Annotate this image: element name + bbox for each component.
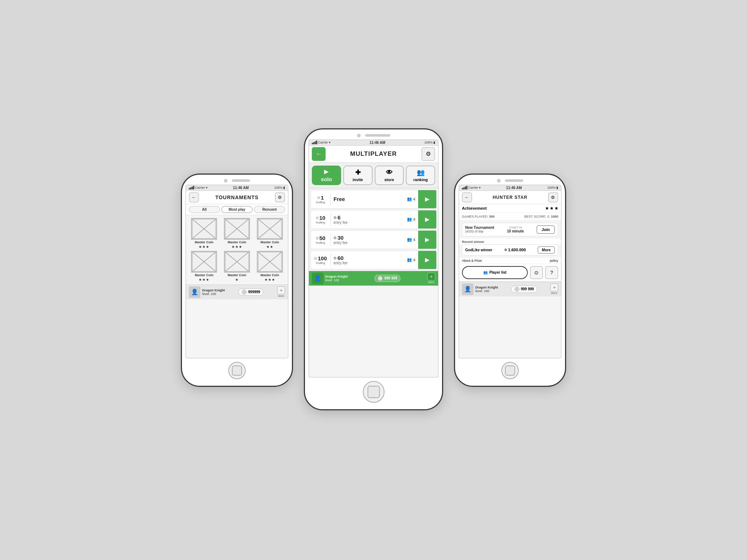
coin-icon-right: ○ <box>514 287 519 292</box>
mode-solo[interactable]: ▶ solo <box>312 166 341 185</box>
room-title-1: Free <box>334 196 404 202</box>
room-entry-3: entry fee <box>334 241 404 245</box>
tab-most-play[interactable]: Most play <box>221 206 252 213</box>
store-button-right[interactable]: ＋ store <box>550 283 558 295</box>
username-left: Dragon Knight <box>202 288 225 292</box>
back-button-right[interactable]: ← <box>462 192 472 202</box>
store-icon-center2: ＋ <box>427 273 435 281</box>
player-list-button[interactable]: 👥 Player list <box>462 266 528 279</box>
settings-button-left[interactable]: ⚙ <box>275 192 285 202</box>
coin-amount-left: 999999 <box>248 290 260 294</box>
avatar-center: 👤 <box>312 273 323 284</box>
mode-ranking[interactable]: 👥 ranking <box>406 166 435 185</box>
game-card-5[interactable]: Master Coin ★ <box>222 251 252 282</box>
room-players-3: 👥4 <box>407 237 418 242</box>
signal-bars <box>189 186 194 189</box>
play-button-2[interactable]: ▶ <box>418 210 436 228</box>
tab-all[interactable]: All <box>189 206 220 213</box>
coin-icon-center: ○ <box>378 276 383 281</box>
status-bar-right: Carrier ▾ 11:46 AM 100% ▮ <box>459 185 561 191</box>
tournament-name: New Tournament <box>465 226 494 230</box>
game-name-1: Master Coin <box>195 240 214 244</box>
room-entry-2: entry fee <box>334 221 404 225</box>
action-icon-2[interactable]: ? <box>545 266 558 279</box>
home-button-center[interactable] <box>363 381 385 403</box>
coin-icon-left: ○ <box>242 290 247 295</box>
winner-name: GodLike winner <box>465 248 492 252</box>
best-score-value: 1000 <box>551 215 558 218</box>
camera-center <box>357 134 361 137</box>
game-stars-4: ★★★ <box>199 278 209 282</box>
store-button-left[interactable]: ＋ store <box>277 286 285 298</box>
player-list-label: Player list <box>489 270 506 274</box>
play-button-3[interactable]: ▶ <box>418 231 436 249</box>
game-card-2[interactable]: Master Coin ★★★ <box>222 218 252 249</box>
room-players-2: 👥4 <box>407 217 418 222</box>
back-button-center[interactable]: ← <box>312 147 326 161</box>
game-name-6: Master Coin <box>260 273 279 277</box>
top-bar-right: ← HUNTER STAR ⚙ <box>459 191 561 204</box>
store-button-center[interactable]: ＋ store <box>427 273 435 284</box>
room-cost-3: 50 <box>319 235 326 241</box>
room-cost-1: 1 <box>321 194 324 201</box>
right-phone: Carrier ▾ 11:46 AM 100% ▮ ← HUNTER STAR … <box>454 174 566 387</box>
user-info-right: Dragon Knight level: 100 <box>475 286 498 293</box>
game-name-3: Master Coin <box>260 240 279 244</box>
play-button-4[interactable]: ▶ <box>418 251 436 269</box>
tournament-card: New Tournament (4/20) of day START IN 10… <box>462 223 558 236</box>
action-icon-1[interactable]: ⊙ <box>530 266 543 279</box>
room-label-3: thường <box>316 241 325 244</box>
back-button-left[interactable]: ← <box>189 192 199 202</box>
top-bar-center: ← MULTIPLAYER ⚙ <box>309 146 438 163</box>
avatar-left: 👤 <box>189 286 200 298</box>
coin-display-left: ○ 999999 <box>238 288 263 296</box>
mode-invite[interactable]: ✚ invite <box>343 166 373 185</box>
about-prize-label: About & Prize <box>462 259 482 262</box>
username-center: Dragon Knight <box>325 275 348 278</box>
settings-button-right[interactable]: ⚙ <box>548 192 558 202</box>
game-thumb-2 <box>224 218 250 240</box>
home-button-right[interactable] <box>501 362 519 379</box>
speaker-left <box>232 179 250 182</box>
achievement-row: Achievement ★ ★ ★ <box>459 204 561 213</box>
game-thumb-3 <box>257 218 283 240</box>
game-card-3[interactable]: Master Coin ★★ <box>254 218 285 249</box>
settings-button-center[interactable]: ⚙ <box>421 147 435 161</box>
status-bar-center: Carrier ▾ 11:46 AM 100% ▮ <box>309 140 438 146</box>
page-title-right: HUNTER STAR <box>493 195 527 200</box>
room-row-3[interactable]: ⊙50 thường ⊙ 30 entry fee 👥4 ▶ <box>310 230 437 249</box>
mode-store[interactable]: 👁 store <box>375 166 404 185</box>
action-buttons-right: 👥 Player list ⊙ ? <box>459 264 561 282</box>
join-button[interactable]: Join <box>536 225 555 234</box>
store-label-center2: store <box>428 281 434 284</box>
game-card-1[interactable]: Master Coin ★★★ <box>189 218 220 249</box>
room-title-2: 6 <box>338 214 340 221</box>
tab-recent[interactable]: Rencent <box>254 206 285 213</box>
start-time: 10 minute <box>507 229 524 233</box>
play-button-1[interactable]: ▶ <box>418 190 436 208</box>
tournament-detail: (4/20) of day <box>465 230 494 233</box>
top-bar-left: ← TOURNAMENTS ⚙ <box>186 191 288 204</box>
games-played-label: GAMES PLAYED: <box>462 215 488 218</box>
battery-left: 100% <box>274 186 283 189</box>
store-icon-left: ＋ <box>277 286 285 294</box>
more-button[interactable]: More <box>538 246 555 254</box>
game-grid: Master Coin ★★★ Master Coin ★★★ Master C… <box>186 215 288 285</box>
home-button-left[interactable] <box>228 362 246 379</box>
center-phone: Carrier ▾ 11:46 AM 100% ▮ ← MULTIPLAYER … <box>304 128 443 410</box>
game-card-4[interactable]: Master Coin ★★★ <box>189 251 220 282</box>
player-list-icon: 👥 <box>483 270 488 274</box>
page-title-left: TOURNAMENTS <box>215 194 259 200</box>
game-thumb-1 <box>191 218 217 240</box>
user-bar-center: 👤 Dragon Knight level: 100 ○ 999 999 ＋ s… <box>309 271 438 286</box>
game-card-6[interactable]: Master Coin ★★★ <box>254 251 285 282</box>
room-label-1: thường <box>316 201 325 204</box>
room-row-1[interactable]: ⊙1 thường Free 👥4 ▶ <box>310 190 437 209</box>
time-center: 11:46 AM <box>369 141 385 145</box>
solo-label: solo <box>321 176 332 182</box>
room-row-4[interactable]: ⊙100 thường ⊙ 60 entry fee 👥4 ▶ <box>310 251 437 269</box>
speaker-center <box>365 134 390 137</box>
room-players-1: 👥4 <box>407 197 418 201</box>
room-row-2[interactable]: ⊙10 thường ⊙ 6 entry fee 👥4 ▶ <box>310 210 437 229</box>
prize-row: About & Prize policy <box>459 258 561 264</box>
